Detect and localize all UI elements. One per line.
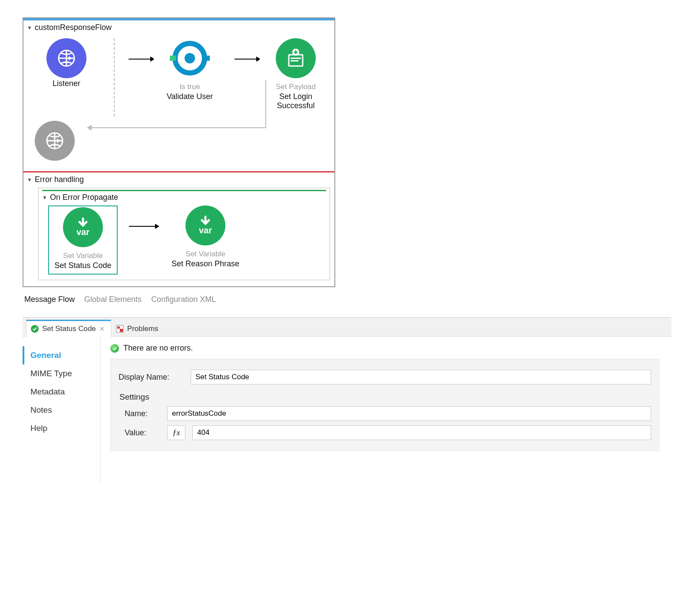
scope-title: On Error Propagate — [50, 193, 118, 202]
fx-button[interactable]: ƒx — [167, 425, 185, 440]
flow-canvas[interactable]: ▼ customResponseFlow Listener — [23, 17, 335, 287]
arrow-icon — [129, 222, 159, 231]
collapse-icon[interactable]: ▼ — [42, 195, 47, 201]
name-label: Name: — [125, 409, 160, 418]
svg-rect-21 — [120, 329, 123, 332]
http-response-icon — [35, 121, 75, 161]
svg-text:var: var — [199, 225, 212, 235]
node-type: Set Variable — [185, 250, 225, 258]
node-label: Set Login Successful — [262, 92, 329, 110]
tab-configuration-xml[interactable]: Configuration XML — [151, 295, 216, 304]
arrow-icon — [235, 55, 260, 63]
problems-icon — [116, 325, 124, 333]
svg-marker-2 — [150, 56, 154, 62]
tab-global-elements[interactable]: Global Elements — [84, 295, 142, 304]
flow-title[interactable]: ▼ customResponseFlow — [26, 22, 332, 35]
node-label: Set Status Code — [54, 261, 111, 270]
svg-point-20 — [117, 326, 120, 329]
error-handling-header[interactable]: ▼ Error handling — [26, 174, 332, 187]
svg-text:var: var — [76, 227, 89, 237]
set-reason-phrase-node[interactable]: var Set Variable Set Reason Phrase — [171, 205, 240, 268]
error-scope[interactable]: ▼ On Error Propagate var Set Variable Se… — [38, 188, 330, 280]
http-listener-icon — [46, 38, 86, 78]
set-payload-icon — [276, 38, 316, 78]
nav-general[interactable]: General — [23, 346, 100, 364]
display-name-label: Display Name: — [119, 373, 184, 382]
collapse-icon[interactable]: ▼ — [27, 177, 32, 183]
svg-marker-8 — [256, 56, 260, 62]
svg-point-4 — [185, 53, 195, 63]
properties-sidenav: General MIME Type Metadata Notes Help — [23, 337, 101, 484]
panel-tabbar: Set Status Code ✕ Problems — [23, 318, 671, 337]
problems-tab[interactable]: Problems — [111, 321, 165, 337]
value-input[interactable] — [192, 425, 651, 440]
return-connector — [79, 80, 270, 132]
set-status-code-node[interactable]: var Set Variable Set Status Code — [48, 205, 118, 275]
set-variable-icon: var — [63, 207, 103, 247]
svg-marker-14 — [87, 126, 91, 130]
node-type: Set Payload — [276, 83, 316, 91]
set-variable-icon: var — [185, 205, 225, 245]
node-label: Set Reason Phrase — [172, 259, 239, 268]
ok-icon — [110, 344, 119, 353]
node-type: Set Variable — [63, 252, 102, 260]
value-label: Value: — [125, 428, 160, 437]
nav-mime[interactable]: MIME Type — [23, 364, 100, 383]
settings-group-title: Settings — [119, 392, 651, 402]
arrow-icon — [129, 55, 154, 63]
node-label: Listener — [53, 79, 80, 88]
set-payload-node[interactable]: Set Payload Set Login Successful — [262, 38, 329, 110]
validation-text: There are no errors. — [123, 344, 193, 353]
properties-tab[interactable]: Set Status Code ✕ — [26, 320, 111, 337]
editor-tabs: Message Flow Global Elements Configurati… — [23, 295, 671, 304]
tab-message-flow[interactable]: Message Flow — [24, 295, 75, 304]
choice-icon — [170, 38, 210, 78]
nav-help[interactable]: Help — [23, 419, 100, 437]
error-section-title: Error handling — [35, 175, 84, 184]
validation-status: There are no errors. — [110, 344, 659, 353]
tab-label: Problems — [127, 325, 159, 333]
checkmark-icon — [31, 325, 39, 333]
tab-label: Set Status Code — [42, 325, 96, 333]
svg-rect-5 — [204, 56, 210, 61]
response-node[interactable] — [35, 121, 75, 161]
svg-rect-6 — [170, 56, 176, 61]
collapse-icon[interactable]: ▼ — [27, 25, 32, 31]
svg-marker-17 — [155, 224, 159, 229]
close-icon[interactable]: ✕ — [99, 325, 105, 332]
nav-metadata[interactable]: Metadata — [23, 383, 100, 401]
nav-notes[interactable]: Notes — [23, 401, 100, 419]
name-input[interactable] — [167, 406, 651, 421]
flow-name: customResponseFlow — [35, 23, 112, 32]
display-name-input[interactable] — [191, 370, 651, 384]
